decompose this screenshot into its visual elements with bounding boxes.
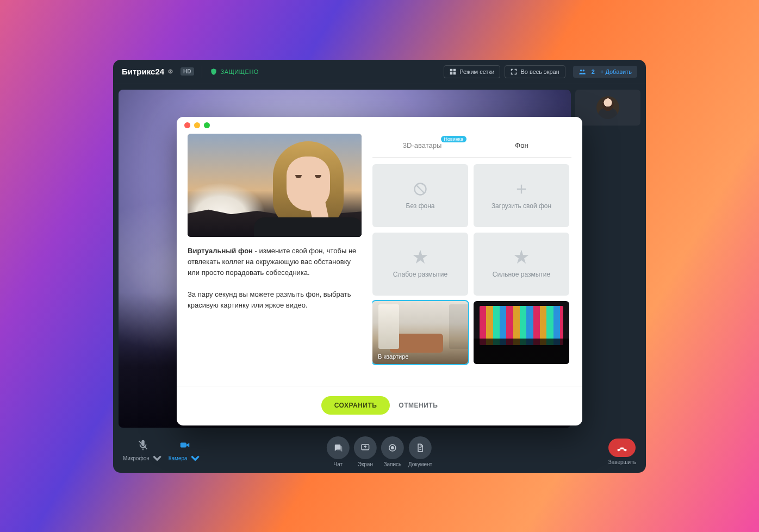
tab-avatars-label: 3D-аватары — [403, 141, 442, 149]
modal-titlebar — [177, 117, 582, 134]
people-icon — [578, 68, 586, 76]
new-badge: Новинка — [441, 136, 466, 142]
option-no-background[interactable]: Без фона — [372, 164, 468, 227]
document-label: Документ — [408, 461, 432, 467]
tab-background-label: Фон — [515, 141, 528, 149]
star-icon — [413, 250, 428, 265]
person-preview — [254, 139, 362, 237]
secure-indicator: ЗАЩИЩЕНО — [210, 67, 259, 76]
option-apartment-label: В квартире — [378, 353, 408, 360]
hangup-icon — [616, 442, 628, 454]
close-icon[interactable] — [184, 122, 190, 128]
camera-label: Камера — [169, 455, 188, 461]
chat-button[interactable] — [327, 436, 350, 459]
add-participant-label: + Добавить — [600, 68, 632, 75]
document-icon — [415, 443, 425, 453]
svg-rect-0 — [450, 68, 453, 71]
app-header: Битрикс24⦿ HD ЗАЩИЩЕНО Режим сетки Во ве… — [113, 60, 646, 84]
end-call-button[interactable] — [608, 439, 636, 457]
svg-point-10 — [391, 446, 394, 449]
grid-mode-button[interactable]: Режим сетки — [444, 65, 500, 78]
shield-icon — [210, 67, 217, 76]
share-screen-button[interactable] — [354, 436, 377, 459]
background-preview — [188, 134, 362, 237]
logo-text: Битрикс24 — [122, 67, 164, 76]
option-neon-bg[interactable] — [474, 301, 569, 364]
option-upload-label: Загрузить свой фон — [492, 202, 551, 210]
chevron-down-icon — [151, 453, 163, 465]
cancel-button[interactable]: ОТМЕНИТЬ — [399, 402, 438, 409]
svg-rect-1 — [453, 68, 456, 71]
svg-point-5 — [582, 69, 584, 71]
secure-label: ЗАЩИЩЕНО — [221, 68, 259, 75]
svg-rect-3 — [453, 72, 456, 74]
option-upload-background[interactable]: Загрузить свой фон — [474, 164, 569, 227]
chat-icon — [333, 443, 343, 453]
tab-background[interactable]: Фон — [472, 134, 571, 157]
app-body: Наталья Ростовская — [113, 84, 646, 433]
record-button[interactable] — [381, 436, 404, 459]
modal-footer: СОХРАНИТЬ ОТМЕНИТЬ — [177, 386, 582, 425]
save-button[interactable]: СОХРАНИТЬ — [321, 396, 390, 415]
logo-suffix-icon: ⦿ — [168, 69, 173, 74]
star-icon — [514, 250, 529, 265]
background-settings-modal: Виртуальный фон - измените свой фон, что… — [177, 117, 582, 425]
plus-icon — [514, 181, 529, 197]
avatar — [596, 96, 619, 119]
background-options: Без фона Загрузить свой фон Слабое размы… — [372, 158, 571, 386]
modal-tabs: 3D-аватары Новинка Фон — [372, 134, 571, 158]
fullscreen-label: Во весь экран — [520, 68, 559, 75]
modal-right-panel: 3D-аватары Новинка Фон Без фона — [372, 134, 571, 386]
option-strong-blur-label: Сильное размытие — [493, 271, 550, 278]
participants-sidebar — [575, 90, 640, 428]
option-weak-blur[interactable]: Слабое размытие — [372, 233, 468, 296]
description-text: Виртуальный фон - измените свой фон, что… — [188, 246, 362, 311]
desc-text-2: За пару секунд вы можете размыть фон, вы… — [188, 289, 362, 311]
document-button[interactable] — [409, 436, 432, 459]
camera-toggle[interactable]: Камера — [169, 439, 201, 465]
record-label: Запись — [383, 461, 401, 467]
grid-mode-label: Режим сетки — [459, 68, 494, 75]
option-strong-blur[interactable]: Сильное размытие — [474, 233, 569, 296]
minimize-icon[interactable] — [194, 122, 200, 128]
svg-rect-7 — [180, 442, 186, 447]
option-none-label: Без фона — [406, 202, 435, 210]
svg-rect-2 — [450, 72, 453, 74]
chat-label: Чат — [334, 461, 343, 467]
participants-count: 2 — [592, 68, 595, 75]
mic-label: Микрофон — [123, 455, 150, 461]
participant-thumbnail[interactable] — [575, 90, 640, 126]
fullscreen-button[interactable]: Во весь экран — [505, 65, 565, 78]
desc-title: Виртуальный фон — [188, 247, 253, 255]
camera-icon — [179, 439, 191, 451]
screen-share-icon — [360, 443, 370, 453]
bottom-toolbar: Микрофон Камера Чат Экран — [113, 433, 646, 473]
record-icon — [388, 443, 397, 453]
mic-toggle[interactable]: Микрофон — [123, 439, 163, 465]
mic-off-icon — [137, 439, 149, 451]
modal-left-panel: Виртуальный фон - измените свой фон, что… — [188, 134, 362, 386]
tab-3d-avatars[interactable]: 3D-аватары Новинка — [372, 134, 472, 157]
fullscreen-icon — [511, 68, 517, 75]
no-background-icon — [413, 181, 428, 197]
grid-icon — [450, 68, 456, 75]
option-weak-blur-label: Слабое размытие — [393, 271, 447, 278]
hd-badge: HD — [181, 67, 194, 76]
participants-button[interactable]: 2 + Добавить — [573, 66, 637, 78]
maximize-icon[interactable] — [204, 122, 210, 128]
app-window: Битрикс24⦿ HD ЗАЩИЩЕНО Режим сетки Во ве… — [113, 60, 646, 473]
screen-label: Экран — [358, 461, 373, 467]
end-label: Завершить — [608, 459, 636, 465]
app-logo: Битрикс24⦿ — [122, 67, 173, 76]
option-apartment-bg[interactable]: В квартире — [372, 301, 468, 364]
svg-point-4 — [580, 69, 582, 71]
chevron-down-icon — [189, 453, 201, 465]
separator — [202, 66, 202, 78]
